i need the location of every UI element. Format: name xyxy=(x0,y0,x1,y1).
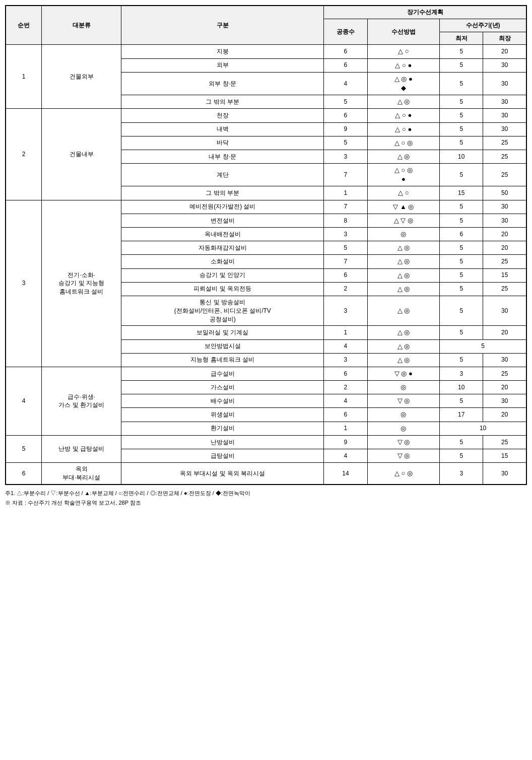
method-cell: △ ◎ xyxy=(367,326,440,339)
max-cell: 30 xyxy=(483,200,526,214)
min-cell: 5 xyxy=(440,241,483,255)
category-cell: 건물외부 xyxy=(42,45,121,109)
table-row: 3전기·소화· 승강기 및 지능형 홈네트워크 설비예비전원(자가발전) 설비7… xyxy=(6,200,526,214)
method-cell: △ ○ ● xyxy=(367,122,440,136)
division-cell: 승강기 및 인양기 xyxy=(121,268,324,282)
division-cell: 외부 창·문 xyxy=(121,72,324,95)
division-cell: 위생설비 xyxy=(121,408,324,422)
count-cell: 7 xyxy=(324,200,367,214)
method-cell: ◎ xyxy=(367,228,440,241)
division-cell: 천장 xyxy=(121,109,324,122)
seq-cell: 3 xyxy=(6,200,42,367)
method-cell: △ ◎ xyxy=(367,150,440,163)
max-cell: 25 xyxy=(483,164,526,186)
category-cell: 전기·소화· 승강기 및 지능형 홈네트워크 설비 xyxy=(42,200,121,367)
method-cell: △ ○ ● xyxy=(367,109,440,122)
division-cell: 그 밖의 부분 xyxy=(121,95,324,109)
division-cell: 지능형 홈네트워크 설비 xyxy=(121,353,324,367)
division-cell: 급수설비 xyxy=(121,367,324,380)
max-cell: 25 xyxy=(483,435,526,449)
min-cell: 5 xyxy=(440,45,483,58)
division-cell: 보안방법시설 xyxy=(121,339,324,353)
footnote-section: 주1. △:부분수리 / ▽:부분수선 / ▲:부분교체 / ○:전면수리 / … xyxy=(5,489,527,508)
min-cell: 5 xyxy=(440,72,483,95)
count-cell: 6 xyxy=(324,45,367,58)
seq-cell: 4 xyxy=(6,367,42,435)
footnote-source: ※ 자료 : 수선주기 개선 학술연구용역 보고서, 28P 참조 xyxy=(5,499,527,508)
method-cell: ▽ ◎ xyxy=(367,394,440,408)
max-cell: 25 xyxy=(483,282,526,296)
method-cell: △ ○ ◎ xyxy=(367,136,440,150)
method-cell: △ ◎ xyxy=(367,282,440,296)
count-cell: 3 xyxy=(324,353,367,367)
min-cell: 5 xyxy=(440,326,483,339)
method-cell: △ ◎ xyxy=(367,241,440,255)
count-cell: 1 xyxy=(324,186,367,200)
count-cell: 4 xyxy=(324,72,367,95)
method-cell: △ ○ ◎ ● xyxy=(367,164,440,186)
count-cell: 2 xyxy=(324,381,367,394)
division-cell: 환기설비 xyxy=(121,422,324,435)
max-cell: 25 xyxy=(483,150,526,163)
method-cell: ◎ xyxy=(367,422,440,435)
count-cell: 6 xyxy=(324,268,367,282)
method-cell: △ ◎ xyxy=(367,268,440,282)
category-cell: 건물내부 xyxy=(42,109,121,200)
count-cell: 5 xyxy=(324,241,367,255)
seq-cell: 5 xyxy=(6,435,42,462)
max-cell: 30 xyxy=(483,214,526,227)
category-cell: 난방 및 급탕설비 xyxy=(42,435,121,462)
division-cell: 내부 창·문 xyxy=(121,150,324,163)
division-cell: 통신 및 방송설비 (전화설비/인터폰, 비디오폰 설비/TV 공청설비) xyxy=(121,296,324,325)
header-division: 구분 xyxy=(121,6,324,45)
max-cell: 30 xyxy=(483,353,526,367)
division-cell: 급탕설비 xyxy=(121,449,324,463)
min-cell: 10 xyxy=(440,150,483,163)
count-cell: 7 xyxy=(324,255,367,268)
max-cell: 25 xyxy=(483,255,526,268)
method-cell: △ ◎ xyxy=(367,255,440,268)
min-cell: 5 xyxy=(440,214,483,227)
method-cell: △ ◎ xyxy=(367,95,440,109)
method-cell: ▽ ◎ ● xyxy=(367,367,440,380)
max-cell: 20 xyxy=(483,228,526,241)
max-cell: 30 xyxy=(483,109,526,122)
division-cell: 배수설비 xyxy=(121,394,324,408)
footnote-legend: 주1. △:부분수리 / ▽:부분수선 / ▲:부분교체 / ○:전면수리 / … xyxy=(5,489,527,498)
min-cell: 5 xyxy=(440,95,483,109)
min-cell: 5 xyxy=(440,449,483,463)
seq-cell: 2 xyxy=(6,109,42,200)
division-cell: 옥내배전설비 xyxy=(121,228,324,241)
division-cell: 외부 xyxy=(121,58,324,72)
header-min-cycle: 최저 xyxy=(440,32,483,45)
header-seq: 순번 xyxy=(6,6,42,45)
min-cell: 17 xyxy=(440,408,483,422)
max-cell: 20 xyxy=(483,326,526,339)
count-cell: 5 xyxy=(324,95,367,109)
min-cell: 5 xyxy=(440,339,526,353)
division-cell: 지붕 xyxy=(121,45,324,58)
division-cell: 소화설비 xyxy=(121,255,324,268)
count-cell: 1 xyxy=(324,326,367,339)
division-cell: 피뢰설비 및 옥외전등 xyxy=(121,282,324,296)
max-cell: 20 xyxy=(483,408,526,422)
method-cell: ▽ ◎ xyxy=(367,435,440,449)
main-container: 순번 대분류 구분 장기수선계획 공종수 수선방법 수선주기(년) 최저 최장 … xyxy=(5,5,527,508)
count-cell: 14 xyxy=(324,463,367,485)
max-cell: 30 xyxy=(483,394,526,408)
min-cell: 10 xyxy=(440,381,483,394)
method-cell: △ ▽ ◎ xyxy=(367,214,440,227)
max-cell: 15 xyxy=(483,449,526,463)
seq-cell: 6 xyxy=(6,463,42,485)
method-cell: △ ◎ xyxy=(367,339,440,353)
count-cell: 3 xyxy=(324,150,367,163)
max-cell: 25 xyxy=(483,367,526,380)
count-cell: 9 xyxy=(324,122,367,136)
count-cell: 6 xyxy=(324,367,367,380)
category-cell: 급수·위생· 가스 및 환기설비 xyxy=(42,367,121,435)
header-long-term: 장기수선계획 xyxy=(324,6,526,19)
header-repair-method: 수선방법 xyxy=(367,19,440,45)
header-work-count: 공종수 xyxy=(324,19,367,45)
division-cell: 변전설비 xyxy=(121,214,324,227)
max-cell: 30 xyxy=(483,122,526,136)
